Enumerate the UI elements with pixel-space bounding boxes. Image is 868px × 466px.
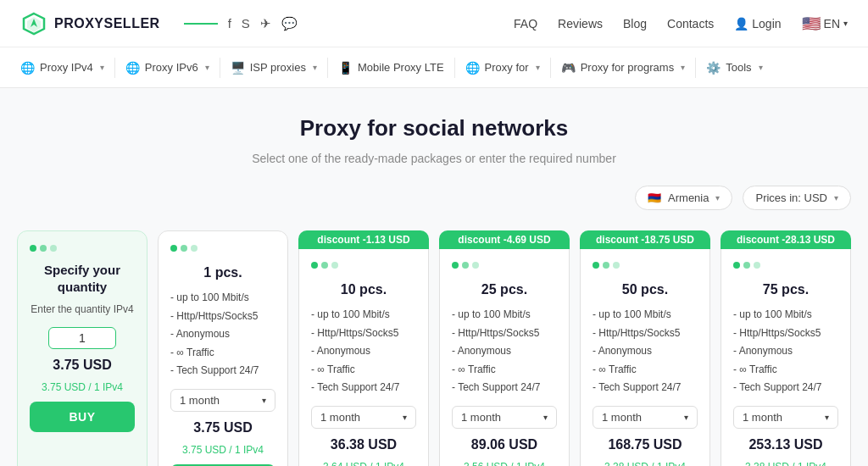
chevron-down-icon-month-10: ▾: [403, 413, 407, 422]
monitor-icon: 🖥️: [231, 61, 245, 75]
card-custom: Specify yourquantity Enter the quantity …: [17, 230, 147, 466]
gamepad-icon: 🎮: [561, 61, 576, 75]
globe-icon-2: 🌐: [125, 61, 140, 75]
nav-reviews[interactable]: Reviews: [558, 17, 603, 31]
feature-item: Http/Https/Socks5: [733, 325, 838, 343]
feature-item: ∞ Traffic: [170, 344, 275, 363]
chevron-down-icon-2: ▾: [205, 63, 209, 72]
card-input-label: Enter the quantity IPv4: [30, 303, 135, 315]
dot-1: [30, 245, 36, 252]
feature-item: ∞ Traffic: [452, 361, 557, 380]
month-select-10[interactable]: 1 month ▾: [311, 406, 416, 429]
logo-icon: [20, 10, 47, 37]
card-custom-title: Specify yourquantity: [30, 262, 135, 295]
feature-item: Http/Https/Socks5: [593, 325, 698, 343]
card-dots-50: [593, 262, 698, 269]
feature-item: up to 100 Mbit/s: [733, 306, 838, 325]
mobile-icon: 📱: [338, 61, 353, 75]
month-select-50[interactable]: 1 month ▾: [593, 406, 698, 429]
country-filter[interactable]: 🇦🇲 Armenia ▾: [635, 186, 732, 210]
dot-1: [452, 262, 459, 269]
login-button[interactable]: 👤 Login: [734, 17, 781, 31]
feature-item: Anonymous: [452, 342, 557, 361]
feature-item: Tech Support 24/7: [311, 379, 416, 397]
discount-badge-75: discount -28.13 USD: [721, 230, 851, 249]
facebook-icon[interactable]: f: [228, 16, 231, 31]
nav-blog[interactable]: Blog: [623, 17, 647, 31]
card-features-25pcs: up to 100 Mbit/s Http/Https/Socks5 Anony…: [452, 306, 557, 397]
logo-divider: [184, 23, 218, 25]
quantity-input[interactable]: [48, 327, 116, 349]
lang-selector[interactable]: 🇺🇸 EN ▾: [802, 14, 848, 33]
chevron-down-icon-6: ▾: [759, 63, 763, 72]
month-select-1[interactable]: 1 month ▾: [170, 389, 275, 412]
feature-item: Http/Https/Socks5: [170, 308, 275, 326]
sidebar-item-tools[interactable]: ⚙️ Tools ▾: [696, 47, 772, 88]
sidebar-item-proxy-for[interactable]: 🌐 Proxy for ▾: [455, 47, 550, 88]
skype-icon[interactable]: S: [242, 16, 250, 31]
chevron-down-icon-3: ▾: [313, 63, 317, 72]
month-select-25[interactable]: 1 month ▾: [452, 406, 557, 429]
cards-row: Specify yourquantity Enter the quantity …: [17, 230, 851, 466]
price-per-custom: 3.75 USD / 1 IPv4: [30, 381, 135, 393]
card-dots-75: [733, 262, 838, 269]
feature-item: up to 100 Mbit/s: [170, 289, 275, 308]
dot-2: [40, 245, 47, 252]
sidebar-item-proxy-ipv6[interactable]: 🌐 Proxy IPv6 ▾: [115, 47, 220, 88]
chevron-down-icon-month-50: ▾: [684, 413, 688, 422]
card-dots: [30, 245, 135, 252]
sidebar-item-programs[interactable]: 🎮 Proxy for programs ▾: [551, 47, 696, 88]
chevron-down-icon-month: ▾: [262, 396, 266, 405]
social-icons: f S ✈ 💬: [228, 16, 298, 31]
card-title-1pcs: 1 pcs.: [170, 265, 275, 280]
card-dots-1: [170, 245, 275, 252]
feature-item: Tech Support 24/7: [170, 362, 275, 380]
card-10pcs: discount -1.13 USD 10 pcs. up to 100 Mbi…: [298, 230, 429, 466]
card-features-10pcs: up to 100 Mbit/s Http/Https/Socks5 Anony…: [311, 306, 416, 397]
dot-2: [743, 262, 750, 269]
discount-badge-50: discount -18.75 USD: [580, 230, 710, 249]
month-select-75[interactable]: 1 month ▾: [733, 406, 838, 429]
chevron-down-icon-4: ▾: [536, 63, 540, 72]
navbar: 🌐 Proxy IPv4 ▾ 🌐 Proxy IPv6 ▾ 🖥️ ISP pro…: [0, 47, 868, 88]
nav-contacts[interactable]: Contacts: [667, 17, 714, 31]
sidebar-item-mobile[interactable]: 📱 Mobile Proxy LTE: [328, 47, 454, 88]
buy-button-custom[interactable]: BUY: [30, 402, 135, 432]
dot-3: [754, 262, 760, 269]
feature-item: Anonymous: [593, 342, 698, 361]
dot-2: [181, 245, 187, 252]
nav-faq[interactable]: FAQ: [514, 17, 537, 31]
header: PROXYSELLER f S ✈ 💬 FAQ Reviews Blog Con…: [0, 0, 868, 47]
card-features-1pcs: up to 100 Mbit/s Http/Https/Socks5 Anony…: [170, 289, 275, 380]
main-content: Proxy for social networks Select one of …: [0, 88, 868, 466]
card-75pcs: discount -28.13 USD 75 pcs. up to 100 Mb…: [721, 230, 851, 466]
card-title-25pcs: 25 pcs.: [452, 282, 557, 297]
price-per-25pcs: 3.56 USD / 1 IPv4: [452, 461, 557, 466]
price-main-75pcs: 253.13 USD: [733, 437, 838, 452]
price-per-1pcs: 3.75 USD / 1 IPv4: [170, 444, 275, 456]
feature-item: Anonymous: [733, 342, 838, 361]
filters-row: 🇦🇲 Armenia ▾ Prices in: USD ▾: [17, 186, 851, 210]
price-filter[interactable]: Prices in: USD ▾: [743, 186, 851, 210]
telegram-icon[interactable]: ✈: [260, 16, 271, 31]
discount-badge-10: discount -1.13 USD: [298, 230, 429, 249]
chevron-down-icon: ▾: [100, 63, 104, 72]
feature-item: up to 100 Mbit/s: [311, 306, 416, 325]
dot-3: [613, 262, 620, 269]
dot-2: [462, 262, 469, 269]
card-dots-10: [311, 262, 416, 269]
feature-item: ∞ Traffic: [593, 361, 698, 380]
sidebar-item-isp[interactable]: 🖥️ ISP proxies ▾: [220, 47, 327, 88]
card-1pcs: 1 pcs. up to 100 Mbit/s Http/Https/Socks…: [158, 230, 288, 466]
chevron-down-icon: ▾: [843, 19, 848, 28]
chat-icon[interactable]: 💬: [281, 16, 298, 31]
price-main-custom: 3.75 USD: [30, 358, 135, 373]
price-main-50pcs: 168.75 USD: [593, 437, 698, 452]
price-per-10pcs: 3.64 USD / 1 IPv4: [311, 461, 416, 466]
chevron-down-icon-5: ▾: [681, 63, 685, 72]
price-per-75pcs: 3.38 USD / 1 IPv4: [733, 461, 838, 466]
price-per-50pcs: 3.38 USD / 1 IPv4: [593, 461, 698, 466]
sidebar-item-proxy-ipv4[interactable]: 🌐 Proxy IPv4 ▾: [10, 47, 114, 88]
feature-item: Tech Support 24/7: [733, 379, 838, 397]
card-title-50pcs: 50 pcs.: [593, 282, 698, 297]
